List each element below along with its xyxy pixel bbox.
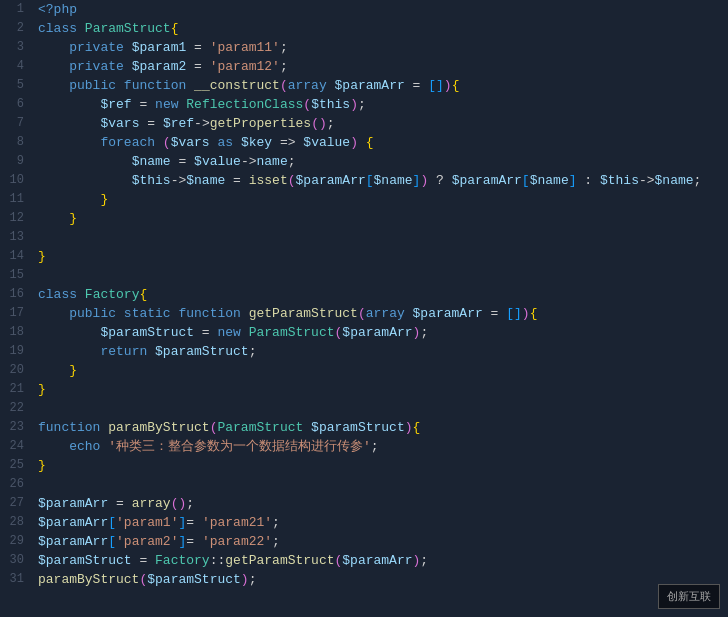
line-number: 9 xyxy=(0,152,32,171)
line-number: 22 xyxy=(0,399,32,418)
line-number: 12 xyxy=(0,209,32,228)
line-code: } xyxy=(32,247,728,266)
line-number: 4 xyxy=(0,57,32,76)
table-row: 9 $name = $value->name; xyxy=(0,152,728,171)
code-table: 1 <?php 2 class ParamStruct{ 3 private $… xyxy=(0,0,728,589)
table-row: 22 xyxy=(0,399,728,418)
line-number: 8 xyxy=(0,133,32,152)
watermark-logo: 创新互联 xyxy=(658,584,720,609)
line-code: } xyxy=(32,456,728,475)
line-code: $paramArr['param2']= 'param22'; xyxy=(32,532,728,551)
table-row: 25 } xyxy=(0,456,728,475)
table-row: 5 public function __construct(array $par… xyxy=(0,76,728,95)
line-code: public function __construct(array $param… xyxy=(32,76,728,95)
table-row: 19 return $paramStruct; xyxy=(0,342,728,361)
line-number: 21 xyxy=(0,380,32,399)
table-row: 8 foreach ($vars as $key => $value) { xyxy=(0,133,728,152)
table-row: 14 } xyxy=(0,247,728,266)
line-number: 1 xyxy=(0,0,32,19)
line-code: function paramByStruct(ParamStruct $para… xyxy=(32,418,728,437)
line-code: $paramArr = array(); xyxy=(32,494,728,513)
table-row: 13 xyxy=(0,228,728,247)
line-code: paramByStruct($paramStruct); xyxy=(32,570,728,589)
line-number: 23 xyxy=(0,418,32,437)
line-number: 25 xyxy=(0,456,32,475)
line-code xyxy=(32,475,728,494)
line-code xyxy=(32,399,728,418)
line-number: 13 xyxy=(0,228,32,247)
line-code: public static function getParamStruct(ar… xyxy=(32,304,728,323)
line-number: 7 xyxy=(0,114,32,133)
line-code: } xyxy=(32,380,728,399)
table-row: 16 class Factory{ xyxy=(0,285,728,304)
line-code: <?php xyxy=(32,0,728,19)
line-code: $ref = new ReflectionClass($this); xyxy=(32,95,728,114)
line-code xyxy=(32,266,728,285)
table-row: 10 $this->$name = isset($paramArr[$name]… xyxy=(0,171,728,190)
line-code: private $param1 = 'param11'; xyxy=(32,38,728,57)
line-code: } xyxy=(32,190,728,209)
table-row: 27 $paramArr = array(); xyxy=(0,494,728,513)
line-code xyxy=(32,228,728,247)
table-row: 6 $ref = new ReflectionClass($this); xyxy=(0,95,728,114)
line-code: $paramArr['param1']= 'param21'; xyxy=(32,513,728,532)
line-code: $paramStruct = Factory::getParamStruct($… xyxy=(32,551,728,570)
line-number: 17 xyxy=(0,304,32,323)
table-row: 31 paramByStruct($paramStruct); xyxy=(0,570,728,589)
table-row: 15 xyxy=(0,266,728,285)
table-row: 23 function paramByStruct(ParamStruct $p… xyxy=(0,418,728,437)
line-code: echo '种类三：整合参数为一个数据结构进行传参'; xyxy=(32,437,728,456)
table-row: 24 echo '种类三：整合参数为一个数据结构进行传参'; xyxy=(0,437,728,456)
line-code: $this->$name = isset($paramArr[$name]) ?… xyxy=(32,171,728,190)
watermark-text: 创新互联 xyxy=(667,590,711,602)
line-code: private $param2 = 'param12'; xyxy=(32,57,728,76)
line-code: return $paramStruct; xyxy=(32,342,728,361)
line-code: } xyxy=(32,209,728,228)
line-code: class ParamStruct{ xyxy=(32,19,728,38)
line-code: foreach ($vars as $key => $value) { xyxy=(32,133,728,152)
line-number: 11 xyxy=(0,190,32,209)
line-number: 19 xyxy=(0,342,32,361)
line-code: class Factory{ xyxy=(32,285,728,304)
line-number: 2 xyxy=(0,19,32,38)
table-row: 1 <?php xyxy=(0,0,728,19)
line-number: 29 xyxy=(0,532,32,551)
line-code: $name = $value->name; xyxy=(32,152,728,171)
line-code: $vars = $ref->getProperties(); xyxy=(32,114,728,133)
table-row: 30 $paramStruct = Factory::getParamStruc… xyxy=(0,551,728,570)
line-number: 28 xyxy=(0,513,32,532)
line-code: $paramStruct = new ParamStruct($paramArr… xyxy=(32,323,728,342)
line-number: 14 xyxy=(0,247,32,266)
table-row: 7 $vars = $ref->getProperties(); xyxy=(0,114,728,133)
table-row: 12 } xyxy=(0,209,728,228)
line-code: } xyxy=(32,361,728,380)
line-number: 20 xyxy=(0,361,32,380)
line-number: 3 xyxy=(0,38,32,57)
table-row: 2 class ParamStruct{ xyxy=(0,19,728,38)
line-number: 26 xyxy=(0,475,32,494)
line-number: 15 xyxy=(0,266,32,285)
line-number: 31 xyxy=(0,570,32,589)
table-row: 3 private $param1 = 'param11'; xyxy=(0,38,728,57)
line-number: 24 xyxy=(0,437,32,456)
line-number: 10 xyxy=(0,171,32,190)
line-number: 27 xyxy=(0,494,32,513)
table-row: 18 $paramStruct = new ParamStruct($param… xyxy=(0,323,728,342)
table-row: 11 } xyxy=(0,190,728,209)
line-number: 6 xyxy=(0,95,32,114)
table-row: 26 xyxy=(0,475,728,494)
line-number: 16 xyxy=(0,285,32,304)
table-row: 28 $paramArr['param1']= 'param21'; xyxy=(0,513,728,532)
line-number: 30 xyxy=(0,551,32,570)
table-row: 4 private $param2 = 'param12'; xyxy=(0,57,728,76)
table-row: 17 public static function getParamStruct… xyxy=(0,304,728,323)
code-editor: 1 <?php 2 class ParamStruct{ 3 private $… xyxy=(0,0,728,617)
table-row: 20 } xyxy=(0,361,728,380)
line-number: 5 xyxy=(0,76,32,95)
line-number: 18 xyxy=(0,323,32,342)
table-row: 29 $paramArr['param2']= 'param22'; xyxy=(0,532,728,551)
table-row: 21 } xyxy=(0,380,728,399)
